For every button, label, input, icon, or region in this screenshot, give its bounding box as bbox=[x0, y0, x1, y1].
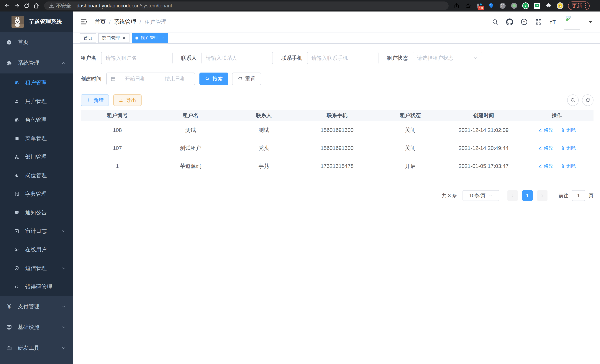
tab-home[interactable]: 首页 bbox=[80, 33, 96, 43]
bookmark-star-icon[interactable] bbox=[465, 2, 472, 9]
tenant-name-input[interactable] bbox=[101, 52, 173, 64]
dashboard-icon bbox=[6, 39, 12, 45]
security-warning[interactable]: 不安全 bbox=[49, 2, 71, 9]
help-icon[interactable]: ? bbox=[521, 18, 528, 25]
sidebar-item-post[interactable]: 岗位管理 bbox=[0, 166, 73, 185]
chevron-right-icon bbox=[540, 193, 545, 198]
sidebar-item-user[interactable]: 用户管理 bbox=[0, 92, 73, 111]
sidebar-item-notice[interactable]: 通知公告 bbox=[0, 203, 73, 222]
back-icon[interactable] bbox=[3, 1, 11, 10]
gear-icon bbox=[6, 60, 12, 66]
export-button[interactable]: 导出 bbox=[113, 94, 141, 106]
monitor-icon bbox=[6, 325, 12, 330]
header-search-icon[interactable] bbox=[492, 18, 499, 25]
sidebar-item-role[interactable]: 角色管理 bbox=[0, 111, 73, 129]
app-logo[interactable]: 芋道管理系统 bbox=[0, 11, 73, 32]
show-search-toggle-button[interactable] bbox=[567, 94, 579, 106]
security-label: 不安全 bbox=[56, 2, 71, 9]
tab-dept[interactable]: 部门管理 bbox=[98, 33, 130, 43]
edit-button[interactable]: 修改 bbox=[538, 163, 553, 169]
chrome-menu-icon[interactable] bbox=[585, 3, 586, 8]
forward-icon[interactable] bbox=[13, 1, 21, 10]
extensions-puzzle-icon[interactable] bbox=[545, 2, 552, 9]
breadcrumb: 首页 / 系统管理 / 租户管理 bbox=[95, 18, 167, 26]
page-size-select[interactable]: 10条/页 bbox=[462, 190, 499, 201]
edit-button[interactable]: 修改 bbox=[538, 145, 553, 151]
sidebar-item-home[interactable]: 首页 bbox=[0, 32, 73, 53]
table-row: 107 测试租户 秃头 15601691300 关闭 2021-12-14 20… bbox=[81, 139, 593, 157]
github-icon[interactable] bbox=[506, 18, 513, 25]
sidebar-item-online-user[interactable]: 在线用户 bbox=[0, 241, 73, 259]
contact-mobile-input[interactable] bbox=[307, 52, 378, 64]
system-submenu: 租户管理 用户管理 角色管理 菜单管理 bbox=[0, 74, 73, 296]
sidebar-item-sms[interactable]: 短信管理 bbox=[0, 259, 73, 278]
plus-icon bbox=[86, 98, 91, 103]
yen-icon: ¥ bbox=[6, 304, 12, 309]
create-time-label: 创建时间 bbox=[81, 75, 102, 82]
edit-button[interactable]: 修改 bbox=[538, 127, 553, 133]
extension-balloon-icon[interactable] bbox=[488, 2, 495, 9]
code-icon bbox=[14, 284, 19, 289]
sidebar-item-dept[interactable]: 部门管理 bbox=[0, 148, 73, 166]
breadcrumb-system[interactable]: 系统管理 bbox=[114, 18, 136, 26]
create-time-range-picker[interactable]: 开始日期 - 结束日期 bbox=[106, 73, 195, 85]
extension-command-icon[interactable]: ⌘ bbox=[499, 2, 506, 9]
sidebar-item-pay[interactable]: ¥ 支付管理 bbox=[0, 296, 73, 317]
avatar-caret-icon[interactable] bbox=[589, 21, 593, 23]
refresh-table-button[interactable] bbox=[582, 94, 593, 106]
extension-blocks-icon[interactable]: 10 bbox=[476, 2, 483, 9]
url-bar[interactable]: 不安全 dashboard.yudao.iocoder.cn/system/te… bbox=[44, 1, 449, 10]
reload-icon[interactable] bbox=[22, 1, 31, 10]
sidebar-item-label: 部门管理 bbox=[25, 153, 47, 161]
table-row: 108 测试 测试 15601691300 关闭 2021-12-14 21:0… bbox=[81, 121, 593, 139]
edit-pen-icon bbox=[538, 146, 542, 150]
close-icon[interactable] bbox=[161, 36, 164, 40]
search-button[interactable]: 搜索 bbox=[199, 73, 228, 85]
col-created: 创建时间 bbox=[447, 110, 520, 121]
contact-name-input[interactable] bbox=[201, 52, 273, 64]
extension-record-icon[interactable] bbox=[511, 2, 518, 9]
sidebar-item-system[interactable]: 系统管理 bbox=[0, 53, 73, 74]
trash-icon bbox=[561, 164, 565, 168]
delete-button[interactable]: 删除 bbox=[561, 127, 576, 133]
tab-tenant[interactable]: 租户管理 bbox=[132, 33, 168, 43]
user-avatar[interactable] bbox=[564, 14, 580, 30]
next-page-button[interactable] bbox=[537, 190, 547, 201]
add-button[interactable]: 新增 bbox=[81, 94, 109, 106]
sidebar-item-label: 审计日志 bbox=[25, 227, 47, 235]
sidebar-item-audit-log[interactable]: 审计日志 bbox=[0, 222, 73, 241]
sidebar-item-dict[interactable]: 字典管理 bbox=[0, 185, 73, 203]
font-size-icon[interactable]: TT bbox=[550, 18, 557, 25]
table-row: 1 芋道源码 芋艿 17321315478 开启 2021-01-05 17:0… bbox=[81, 157, 593, 175]
total-count: 共 3 条 bbox=[442, 192, 457, 199]
status-text: 关闭 bbox=[374, 121, 447, 139]
share-icon[interactable] bbox=[453, 2, 460, 9]
fullscreen-icon[interactable] bbox=[535, 18, 542, 25]
extension-yudao-icon[interactable]: Y bbox=[522, 2, 529, 9]
sidebar-item-tenant[interactable]: 租户管理 bbox=[0, 74, 73, 92]
roles-icon bbox=[14, 117, 19, 122]
trash-icon bbox=[561, 146, 565, 150]
home-icon[interactable] bbox=[32, 1, 40, 10]
chrome-update-button[interactable]: 更新 bbox=[568, 1, 590, 10]
goto-page-input[interactable] bbox=[572, 190, 585, 201]
close-icon[interactable] bbox=[122, 36, 126, 40]
sidebar-collapse-icon[interactable] bbox=[81, 18, 88, 26]
extension-chat-icon[interactable] bbox=[534, 2, 541, 9]
tenant-status-select[interactable]: 请选择租户状态 bbox=[412, 52, 482, 64]
sidebar-item-infra[interactable]: 基础设施 bbox=[0, 317, 73, 338]
delete-button[interactable]: 删除 bbox=[561, 163, 576, 169]
sidebar-item-menu[interactable]: 菜单管理 bbox=[0, 129, 73, 148]
profile-avatar-icon[interactable] bbox=[557, 2, 564, 9]
current-page-button[interactable]: 1 bbox=[522, 190, 533, 201]
sidebar-item-error-code[interactable]: 错误码管理 bbox=[0, 278, 73, 296]
delete-button[interactable]: 删除 bbox=[561, 145, 576, 151]
end-date-placeholder: 结束日期 bbox=[159, 75, 191, 82]
prev-page-button[interactable] bbox=[507, 190, 518, 201]
edit-pen-icon bbox=[538, 128, 542, 132]
sidebar-item-dev-tools[interactable]: 研发工具 bbox=[0, 338, 73, 358]
breadcrumb-home[interactable]: 首页 bbox=[95, 18, 106, 26]
sidebar-item-label: 通知公告 bbox=[25, 209, 47, 216]
app-header: 首页 / 系统管理 / 租户管理 ? T bbox=[73, 11, 600, 32]
reset-button[interactable]: 重置 bbox=[232, 73, 261, 85]
